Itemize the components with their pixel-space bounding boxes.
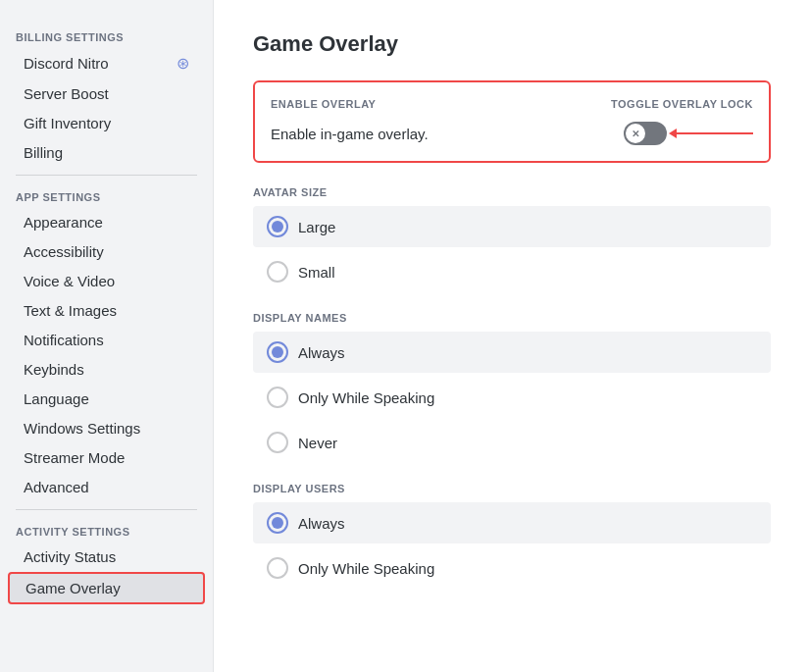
- sidebar-item-notifications[interactable]: Notifications: [8, 326, 205, 354]
- sidebar-divider-2: [16, 509, 197, 510]
- billing-section-header: BILLING SETTINGS: [0, 24, 213, 47]
- sidebar-item-keybinds[interactable]: Keybinds: [8, 355, 205, 384]
- sidebar-item-server-boost[interactable]: Server Boost: [8, 79, 205, 108]
- sidebar-item-voice-video[interactable]: Voice & Video: [8, 267, 205, 295]
- sidebar-item-activity-status[interactable]: Activity Status: [8, 543, 205, 571]
- display-names-speaking-option[interactable]: Only While Speaking: [253, 377, 771, 418]
- sidebar-item-text-images[interactable]: Text & Images: [8, 296, 205, 325]
- radio-inner-dn-always: [272, 346, 283, 358]
- nitro-icon: ⊛: [177, 54, 189, 73]
- sidebar-item-label: Server Boost: [24, 85, 109, 102]
- sidebar-item-label: Gift Inventory: [24, 115, 111, 131]
- toggle-container: ✕: [624, 122, 753, 145]
- page-title: Game Overlay: [253, 31, 771, 57]
- display-names-never-option[interactable]: Never: [253, 422, 771, 463]
- sidebar-item-label: Game Overlay: [25, 580, 121, 596]
- radio-circle-large: [267, 216, 288, 237]
- sidebar-item-billing[interactable]: Billing: [8, 138, 205, 167]
- sidebar-item-appearance[interactable]: Appearance: [8, 208, 205, 236]
- app-section-header: APP SETTINGS: [0, 183, 213, 207]
- arrow-line: [675, 132, 753, 134]
- activity-section-header: ACTIVITY SETTINGS: [0, 518, 213, 542]
- sidebar-item-label: Billing: [24, 144, 63, 161]
- display-users-header: DISPLAY USERS: [253, 483, 771, 494]
- display-names-always-option[interactable]: Always: [253, 332, 771, 373]
- display-names-header: DISPLAY NAMES: [253, 312, 771, 324]
- display-users-section: DISPLAY USERS Always Only While Speaking: [253, 483, 771, 589]
- display-names-always-label: Always: [298, 344, 345, 361]
- radio-circle-du-always: [267, 512, 288, 534]
- radio-circle-du-speaking: [267, 557, 288, 579]
- sidebar-item-label: Activity Status: [24, 548, 116, 565]
- radio-circle-dn-always: [267, 341, 288, 363]
- enable-overlay-label: ENABLE OVERLAY: [271, 98, 376, 110]
- radio-circle-dn-never: [267, 432, 288, 453]
- overlay-box: ENABLE OVERLAY TOGGLE OVERLAY LOCK Enabl…: [253, 80, 771, 163]
- avatar-size-header: AVATAR SIZE: [253, 186, 771, 198]
- radio-circle-dn-speaking: [267, 387, 288, 408]
- overlay-description: Enable in-game overlay.: [271, 126, 612, 142]
- display-names-never-label: Never: [298, 435, 337, 451]
- avatar-size-small-option[interactable]: Small: [253, 251, 771, 292]
- sidebar-item-label: Discord Nitro: [24, 55, 109, 72]
- display-users-speaking-option[interactable]: Only While Speaking: [253, 547, 771, 589]
- sidebar-item-label: Advanced: [24, 479, 89, 495]
- sidebar-item-label: Language: [24, 390, 89, 407]
- display-users-speaking-label: Only While Speaking: [298, 560, 434, 577]
- sidebar-item-label: Voice & Video: [24, 273, 115, 289]
- main-content: Game Overlay ENABLE OVERLAY TOGGLE OVERL…: [214, 0, 810, 672]
- avatar-size-large-label: Large: [298, 219, 335, 235]
- toggle-x-icon: ✕: [632, 129, 639, 139]
- sidebar-divider-1: [16, 175, 197, 176]
- sidebar-item-discord-nitro[interactable]: Discord Nitro ⊛: [8, 48, 205, 78]
- overlay-row: Enable in-game overlay. ✕: [271, 122, 753, 145]
- sidebar-item-accessibility[interactable]: Accessibility: [8, 237, 205, 266]
- sidebar-item-label: Text & Images: [24, 302, 117, 319]
- radio-inner-large: [272, 221, 283, 233]
- display-names-speaking-label: Only While Speaking: [298, 389, 434, 406]
- enable-overlay-toggle[interactable]: ✕: [624, 122, 667, 145]
- sidebar-item-streamer-mode[interactable]: Streamer Mode: [8, 443, 205, 472]
- sidebar: BILLING SETTINGS Discord Nitro ⊛ Server …: [0, 0, 214, 672]
- sidebar-item-label: Accessibility: [24, 243, 104, 260]
- display-users-always-label: Always: [298, 515, 345, 532]
- toggle-overlay-lock-label: TOGGLE OVERLAY LOCK: [611, 98, 753, 110]
- radio-circle-small: [267, 261, 288, 283]
- overlay-box-header: ENABLE OVERLAY TOGGLE OVERLAY LOCK: [271, 98, 753, 110]
- sidebar-item-language[interactable]: Language: [8, 385, 205, 413]
- sidebar-item-label: Streamer Mode: [24, 449, 125, 466]
- avatar-size-large-option[interactable]: Large: [253, 206, 771, 247]
- sidebar-item-label: Notifications: [24, 332, 104, 348]
- arrow-annotation: [675, 132, 753, 134]
- display-names-section: DISPLAY NAMES Always Only While Speaking…: [253, 312, 771, 463]
- display-users-always-option[interactable]: Always: [253, 502, 771, 543]
- radio-inner-du-always: [272, 517, 283, 529]
- sidebar-item-advanced[interactable]: Advanced: [8, 473, 205, 501]
- sidebar-item-label: Windows Settings: [24, 420, 140, 437]
- sidebar-item-label: Appearance: [24, 214, 103, 231]
- toggle-knob: ✕: [626, 124, 645, 143]
- sidebar-item-game-overlay[interactable]: Game Overlay: [8, 572, 205, 604]
- sidebar-item-label: Keybinds: [24, 361, 84, 378]
- avatar-size-section: AVATAR SIZE Large Small: [253, 186, 771, 292]
- sidebar-item-gift-inventory[interactable]: Gift Inventory: [8, 109, 205, 137]
- avatar-size-small-label: Small: [298, 264, 335, 281]
- sidebar-item-windows-settings[interactable]: Windows Settings: [8, 414, 205, 442]
